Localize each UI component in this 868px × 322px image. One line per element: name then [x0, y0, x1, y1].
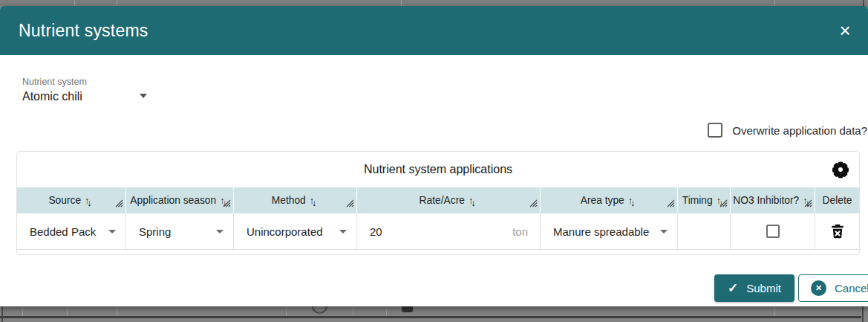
chevron-down-icon [108, 230, 116, 234]
nutrient-system-value: Atomic chili [22, 90, 147, 103]
source-select[interactable]: Bedded Pack [17, 213, 125, 249]
overwrite-checkbox-label: Overwrite application data? [732, 124, 867, 137]
no3-inhibitor-checkbox[interactable] [766, 225, 780, 238]
background-radio-icon [312, 306, 327, 314]
rate-unit-label: ton [512, 225, 528, 238]
gear-icon[interactable] [832, 161, 849, 178]
nutrient-system-select[interactable]: Nutrient system Atomic chili [22, 77, 147, 103]
table-title-row: Nutrient system applications [17, 152, 859, 187]
column-header-method[interactable]: Method ↑↓ [233, 187, 356, 213]
column-header-source[interactable]: Source ↑↓ [17, 187, 125, 213]
column-resize-icon[interactable] [346, 199, 354, 210]
overwrite-checkbox[interactable] [708, 123, 722, 138]
method-select[interactable]: Unincorporated [233, 213, 356, 249]
cancel-button[interactable]: ✕ Cancel [798, 274, 868, 302]
column-header-application-season[interactable]: Application season ↑↓ [125, 187, 233, 213]
column-header-no3-inhibitor[interactable]: NO3 Inhibitor? ↑↓ [730, 187, 815, 213]
cancel-circle-x-icon: ✕ [811, 280, 826, 296]
sort-icon: ↑↓ [628, 196, 638, 206]
column-resize-icon[interactable] [719, 199, 728, 210]
chevron-down-icon [660, 230, 668, 234]
timing-cell[interactable] [677, 213, 730, 249]
nutrient-system-label: Nutrient system [22, 77, 147, 87]
table-title: Nutrient system applications [364, 163, 512, 176]
dialog-title: Nutrient systems [0, 21, 148, 41]
chevron-down-icon [216, 230, 223, 234]
submit-button-label: Submit [746, 282, 781, 294]
table-row: Bedded Pack Spring Unincorporated 20 ton… [17, 213, 859, 250]
sort-icon: ↑↓ [310, 196, 319, 206]
no3-inhibitor-cell [730, 213, 815, 249]
column-resize-icon[interactable] [667, 199, 675, 210]
screen: Nutrient systems × Nutrient system Atomi… [0, 0, 868, 322]
column-header-rate-acre[interactable]: Rate/Acre ↑↓ [356, 187, 540, 213]
column-resize-icon[interactable] [529, 199, 538, 210]
submit-button[interactable]: ✓ Submit [714, 274, 794, 302]
chevron-down-icon [339, 230, 347, 234]
table-header-row: Source ↑↓ Application season ↑↓ Method ↑… [17, 187, 859, 213]
column-header-delete: Delete [815, 187, 859, 213]
column-resize-icon[interactable] [115, 199, 123, 210]
column-resize-icon[interactable] [223, 199, 231, 210]
check-icon: ✓ [728, 280, 738, 296]
area-type-select[interactable]: Manure spreadable [540, 213, 677, 249]
sort-icon: ↑↓ [85, 196, 94, 206]
background-trash-icon [402, 306, 413, 312]
overwrite-application-data-row: Overwrite application data? [708, 123, 867, 138]
nutrient-systems-dialog: Nutrient systems × Nutrient system Atomi… [0, 6, 868, 306]
rate-per-acre-input[interactable]: 20 ton [356, 213, 540, 249]
close-icon[interactable]: × [832, 18, 858, 43]
cancel-button-label: Cancel [835, 282, 868, 294]
delete-row-icon[interactable] [831, 224, 844, 239]
dimmed-background-top [0, 0, 868, 6]
application-season-select[interactable]: Spring [125, 213, 233, 249]
chevron-down-icon [140, 94, 147, 98]
column-resize-icon[interactable] [804, 199, 812, 210]
column-header-timing[interactable]: Timing ↑↓ [677, 187, 730, 213]
nutrient-system-applications-table: Nutrient system applications Source ↑↓ [16, 151, 860, 255]
sort-icon: ↑↓ [469, 196, 478, 206]
delete-cell [815, 213, 859, 249]
dialog-header: Nutrient systems × [0, 6, 868, 55]
dimmed-background-bottom [0, 306, 868, 322]
column-header-area-type[interactable]: Area type ↑↓ [540, 187, 677, 213]
